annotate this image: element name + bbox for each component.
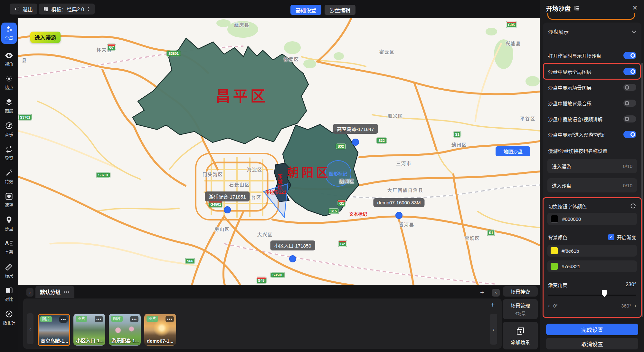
enter-sandbox-name-input[interactable]: 进入沙盘 0/10 <box>547 178 637 192</box>
toggle-switch[interactable] <box>623 84 636 91</box>
magic-wand-icon <box>5 169 13 177</box>
scene-search-button[interactable]: 场景搜索 <box>503 286 538 297</box>
toggle-row: 沙盘中播放语音/视频讲解 <box>548 115 636 123</box>
gradient-checkbox[interactable]: ✓ <box>608 234 614 240</box>
gradient-color-1-picker[interactable]: #f8e61b <box>547 245 637 257</box>
map-area-label: 平谷区 <box>520 115 535 122</box>
toggle-switch[interactable] <box>623 115 636 122</box>
sidebar-item-layers[interactable]: 图层 <box>1 98 17 114</box>
road-badge-S1: S1 <box>487 230 495 236</box>
toggle-switch[interactable] <box>623 100 636 107</box>
sidebar-item-compare[interactable]: 对比 <box>1 287 17 302</box>
map-canvas[interactable]: 延庆县怀来县怀柔区密云区兴隆县顺义区平谷区蓟州区三河市通州区海淀区门头沟区石景山… <box>18 18 540 285</box>
enter-tour-name-input[interactable]: 进入漫游 0/10 <box>547 159 637 173</box>
toggle-switch[interactable] <box>623 52 636 59</box>
sidebar-item-global[interactable]: 全局 <box>1 23 17 44</box>
scene-label: 小区入口-1... <box>76 337 104 344</box>
toggle-switch[interactable] <box>623 131 636 138</box>
circle-mark-label: 圆形标记 <box>329 170 347 177</box>
section-sandbox-display[interactable]: 沙盘展示 <box>548 27 636 36</box>
tab-basic-settings[interactable]: 基础设置 <box>290 5 321 15</box>
chevron-down-icon <box>632 30 636 33</box>
gradient-color-2-picker[interactable]: #7ed321 <box>547 260 637 272</box>
add-scene-button[interactable]: 添加场景 <box>503 322 538 349</box>
sidebar-item-subtitle[interactable]: A 字幕 <box>1 240 17 255</box>
sidebar-item-label: 标尺 <box>5 272 13 279</box>
add-scene-label: 添加场景 <box>511 338 530 345</box>
template-selector[interactable]: 模板：经典2.0 <box>39 4 95 15</box>
scene-card-4[interactable]: 图片 ••• demo07-1... <box>144 314 176 346</box>
scene-marker-dot[interactable] <box>352 139 359 146</box>
scene-marker-tooltip[interactable]: 游乐配套-171851 <box>205 191 250 201</box>
global-icon <box>5 25 13 33</box>
sidebar-item-label: 热点 <box>5 84 13 90</box>
scene-type-badge: 图片 <box>40 316 52 322</box>
toggle-switch[interactable] <box>623 68 636 75</box>
sidebar-item-view[interactable]: 视角 <box>1 52 17 67</box>
sidebar-item-compass[interactable]: 指北针 <box>1 310 17 326</box>
add-scene-inline-button[interactable]: + <box>491 301 495 309</box>
input-counter: 0/10 <box>623 163 632 169</box>
scene-more-icon[interactable]: ••• <box>130 316 138 322</box>
scenes-scroll-right-button[interactable]: › <box>490 314 497 345</box>
scene-type-badge: 图片 <box>76 316 87 322</box>
font-color-picker[interactable]: #000000 <box>547 213 637 225</box>
sidebar-item-sandbox[interactable]: 沙盘 <box>1 216 17 231</box>
finish-settings-button[interactable]: 完成设置 <box>546 324 638 335</box>
scene-marker-dot[interactable] <box>289 255 296 262</box>
panel-scrollbar[interactable] <box>641 63 643 317</box>
scene-label: demo07-1... <box>147 338 174 344</box>
toggle-row: 沙盘中显示"进入漫游"按钮 <box>548 131 636 138</box>
angle-increase-icon[interactable]: › <box>634 302 636 309</box>
road-badge-S1: S1 <box>453 132 461 137</box>
enter-tour-button[interactable]: 进入漫游 <box>30 32 61 43</box>
sidebar-item-label: 导览 <box>5 155 13 161</box>
scenes-scroll-left-button[interactable]: ‹ <box>27 313 33 344</box>
font-color-swatch[interactable] <box>551 215 558 223</box>
refresh-icon[interactable] <box>630 203 636 209</box>
add-group-button[interactable]: + <box>480 289 484 297</box>
angle-slider[interactable] <box>548 295 636 296</box>
sidebar-item-effects[interactable]: 特效 <box>1 169 17 184</box>
exit-label: 退出 <box>23 5 33 13</box>
map-sandbox-button[interactable]: 地图沙盘 <box>496 146 530 156</box>
sidebar-item-label: 遮罩 <box>5 202 13 208</box>
road-badge-G1: G1 <box>338 200 346 206</box>
scene-card-3[interactable]: 图片 ••• 游乐配套-1... <box>109 314 141 346</box>
scene-marker-tooltip[interactable]: 高空鸟瞰-171847 <box>333 124 378 134</box>
scene-marker-dot[interactable] <box>224 206 231 213</box>
exit-button[interactable]: 退出 <box>10 4 37 15</box>
close-icon[interactable]: ✕ <box>631 4 639 12</box>
svg-text:A: A <box>5 240 9 247</box>
cancel-settings-button[interactable]: 取消设置 <box>546 338 638 349</box>
sidebar-item-ruler[interactable]: 标尺 <box>1 263 17 279</box>
scene-marker-dot[interactable] <box>395 212 402 219</box>
map-area-label: 海淀区 <box>247 166 262 172</box>
sidebar-item-mask[interactable]: 遮罩 <box>1 192 17 208</box>
gradient-color-2-swatch[interactable] <box>551 263 558 270</box>
scene-more-icon[interactable]: ••• <box>95 316 103 322</box>
sidebar-item-hotspot[interactable]: 热点 <box>1 75 17 90</box>
scene-marker-tooltip[interactable]: 小区入口-171850 <box>270 240 315 250</box>
scene-manage-button[interactable]: 场景管理 4场景 <box>503 299 538 319</box>
name-setting-row: 漫游/沙盘切换按钮名称设置 <box>548 147 636 154</box>
scene-more-icon[interactable]: ••• <box>59 316 68 323</box>
group-collapse-button[interactable]: ‹ <box>26 288 33 297</box>
updown-icon <box>87 7 90 11</box>
angle-decrease-icon[interactable]: ‹ <box>548 302 550 309</box>
scene-more-icon[interactable]: ••• <box>166 316 174 322</box>
tab-sandbox-edit[interactable]: 沙盘编辑 <box>325 5 355 15</box>
toggle-knob <box>630 132 635 137</box>
road-badge-S3501: S3501 <box>271 272 284 278</box>
group-scroll-right-button[interactable]: › <box>492 289 500 297</box>
scene-card-2[interactable]: 图片 ••• 小区入口-1... <box>73 314 105 346</box>
scene-search-label: 场景搜索 <box>511 288 530 295</box>
sidebar-item-tour[interactable]: 导览 <box>1 145 17 161</box>
group-more-icon[interactable]: ••• <box>64 289 70 295</box>
sidebar-item-music[interactable]: 音乐 <box>1 122 17 137</box>
scene-marker-tooltip[interactable]: demo07-16000-83M <box>373 198 424 207</box>
group-tab-default[interactable]: 默认分组 ••• <box>35 286 74 298</box>
gradient-color-1-swatch[interactable] <box>551 247 558 254</box>
scene-card-1[interactable]: 图片 ••• 高空鸟瞰-1... <box>38 314 70 346</box>
exit-icon <box>14 6 20 12</box>
